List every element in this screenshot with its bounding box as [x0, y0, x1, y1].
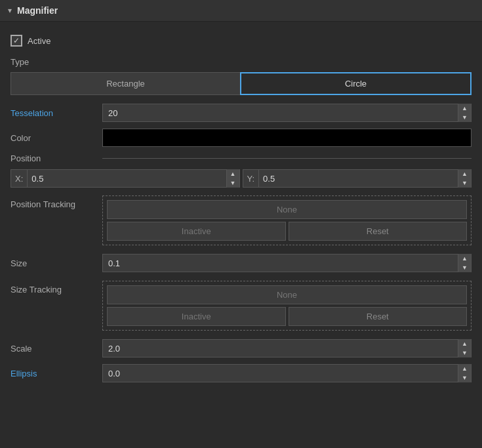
active-checkbox[interactable]	[10, 35, 22, 47]
scale-label: Scale	[10, 344, 102, 354]
ellipsis-input-wrap: ▲ ▼	[102, 364, 472, 382]
x-group: X: ▲ ▼	[10, 169, 240, 188]
size-tracking-reset-btn[interactable]: Reset	[289, 307, 468, 326]
size-up-btn[interactable]: ▲	[458, 254, 471, 263]
scale-input-wrap: ▲ ▼	[102, 339, 472, 357]
color-row: Color	[10, 125, 472, 150]
tesselation-input-wrap: ▲ ▼	[102, 104, 472, 122]
x-spinner: ▲ ▼	[226, 169, 239, 188]
ellipsis-row: Ellipsis ▲ ▼	[10, 361, 472, 386]
type-rectangle-button[interactable]: Rectangle	[10, 72, 240, 95]
position-divider	[102, 158, 472, 159]
tesselation-down-btn[interactable]: ▼	[458, 113, 471, 122]
panel-body: Active Type Rectangle Circle Tesselation…	[0, 22, 482, 394]
size-input[interactable]	[103, 258, 458, 268]
y-spinner: ▲ ▼	[458, 169, 471, 188]
x-down-btn[interactable]: ▼	[227, 178, 239, 188]
x-up-btn[interactable]: ▲	[227, 169, 239, 178]
position-label: Position	[10, 153, 102, 163]
position-tracking-box: None Inactive Reset	[102, 195, 472, 245]
ellipsis-down-btn[interactable]: ▼	[458, 373, 471, 382]
xy-row: X: ▲ ▼ Y: ▲ ▼	[10, 167, 472, 190]
tesselation-input[interactable]	[103, 108, 458, 118]
tesselation-spinner: ▲ ▼	[458, 104, 471, 122]
scale-spinner: ▲ ▼	[458, 339, 471, 357]
size-down-btn[interactable]: ▼	[458, 263, 471, 272]
type-label: Type	[10, 57, 472, 67]
panel-header: ▾ Magnifier	[0, 0, 482, 22]
active-row: Active	[10, 30, 472, 54]
position-tracking-bottom: Inactive Reset	[107, 222, 467, 241]
x-input[interactable]	[28, 174, 226, 184]
scale-down-btn[interactable]: ▼	[458, 348, 471, 357]
ellipsis-label: Ellipsis	[10, 369, 102, 378]
x-label: X:	[11, 170, 28, 187]
size-row: Size ▲ ▼	[10, 251, 472, 275]
scale-input[interactable]	[103, 344, 458, 354]
y-down-btn[interactable]: ▼	[458, 178, 471, 188]
scale-up-btn[interactable]: ▲	[458, 339, 471, 348]
type-buttons: Rectangle Circle	[10, 72, 472, 95]
size-tracking-inactive-btn[interactable]: Inactive	[107, 307, 286, 326]
position-row: Position	[10, 150, 472, 167]
color-swatch[interactable]	[102, 129, 472, 147]
size-tracking-box: None Inactive Reset	[102, 281, 472, 331]
y-input[interactable]	[259, 174, 458, 184]
position-tracking-reset-btn[interactable]: Reset	[289, 222, 468, 241]
size-spinner: ▲ ▼	[458, 254, 471, 272]
position-tracking-inactive-btn[interactable]: Inactive	[107, 222, 286, 241]
y-label: Y:	[243, 170, 260, 187]
active-label: Active	[28, 36, 50, 46]
chevron-icon[interactable]: ▾	[8, 6, 12, 15]
ellipsis-up-btn[interactable]: ▲	[458, 364, 471, 373]
y-group: Y: ▲ ▼	[243, 169, 472, 188]
size-tracking-label: Size Tracking	[10, 281, 102, 295]
type-section: Type Rectangle Circle	[10, 54, 472, 100]
y-up-btn[interactable]: ▲	[458, 169, 471, 178]
size-tracking-bottom: Inactive Reset	[107, 307, 467, 326]
size-input-wrap: ▲ ▼	[102, 254, 472, 272]
size-tracking-none-btn[interactable]: None	[107, 285, 467, 304]
position-tracking-label: Position Tracking	[10, 195, 102, 209]
size-label: Size	[10, 258, 102, 268]
magnifier-panel: ▾ Magnifier Active Type Rectangle Circle…	[0, 0, 482, 394]
tesselation-label: Tesselation	[10, 108, 102, 118]
tesselation-up-btn[interactable]: ▲	[458, 104, 471, 113]
position-tracking-none-btn[interactable]: None	[107, 200, 467, 219]
type-circle-button[interactable]: Circle	[240, 72, 472, 95]
position-tracking-row: Position Tracking None Inactive Reset	[10, 190, 472, 251]
size-tracking-row: Size Tracking None Inactive Reset	[10, 275, 472, 336]
color-label: Color	[10, 133, 102, 143]
ellipsis-input[interactable]	[103, 369, 458, 378]
tesselation-row: Tesselation ▲ ▼	[10, 100, 472, 125]
panel-title: Magnifier	[17, 5, 58, 16]
ellipsis-spinner: ▲ ▼	[458, 364, 471, 382]
active-checkbox-wrap[interactable]: Active	[10, 35, 50, 47]
scale-row: Scale ▲ ▼	[10, 336, 472, 361]
